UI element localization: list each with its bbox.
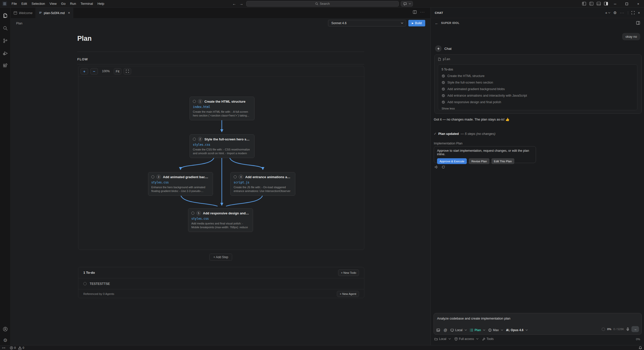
customize-layout-icon[interactable] — [582, 2, 586, 6]
extensions-icon[interactable] — [0, 61, 11, 71]
check-circle-icon — [442, 94, 445, 97]
node-file-link[interactable]: styles.css — [191, 217, 250, 220]
problems-status[interactable]: 0 0 — [10, 346, 24, 349]
expand-chat-icon[interactable] — [631, 11, 635, 14]
node-status-circle[interactable] — [191, 212, 194, 215]
flow-node-2[interactable]: 2 Style the full-screen hero section sty… — [190, 134, 255, 158]
minimize-button[interactable]: ─ — [609, 0, 621, 8]
new-agent-button[interactable]: + New Agent — [337, 291, 359, 297]
flow-canvas[interactable]: + − 100% Fit — [78, 66, 364, 250]
menu-help[interactable]: Help — [95, 0, 106, 8]
source-control-icon[interactable] — [0, 36, 11, 46]
nav-back-icon[interactable]: ← — [231, 0, 238, 8]
plan-todo-item: Add entrance animations and interactivit… — [442, 94, 634, 97]
node-file-link[interactable]: styles.css — [193, 143, 251, 146]
play-icon: ▶ — [412, 22, 414, 24]
back-arrow-icon[interactable]: ← — [435, 21, 439, 25]
model-dropdown[interactable]: A\ Opus 4.6 — [506, 328, 527, 332]
approve-execute-button[interactable]: Approve & Execute — [437, 158, 467, 164]
refresh-icon[interactable] — [442, 165, 445, 169]
full-access-dropdown[interactable]: Full access — [454, 337, 478, 341]
breadcrumb[interactable]: Plan — [16, 22, 22, 25]
copilot-menu-button[interactable] — [401, 1, 413, 7]
local-env-dropdown[interactable]: Local — [450, 328, 467, 332]
node-number-badge: 2 — [198, 137, 202, 141]
add-step-button[interactable]: + Add Step — [209, 254, 232, 261]
app-window: File Edit Selection View Go Run Terminal… — [0, 0, 644, 350]
edit-this-plan-button[interactable]: Edit This Plan — [491, 158, 514, 164]
plan-file-name[interactable]: plan — [443, 57, 450, 61]
chat-thread-row: ← SUPER IDOL — [431, 18, 644, 28]
tab-plan-file-label: plan-5d3f4.md — [44, 11, 65, 15]
node-status-circle[interactable] — [193, 100, 196, 103]
implementation-plan-label: Implementation Plan — [434, 142, 462, 145]
tab-plan-file[interactable]: plan-5d3f4.md × — [36, 8, 73, 18]
maximize-button[interactable] — [621, 0, 632, 8]
close-tab-icon[interactable]: × — [68, 11, 70, 15]
nav-forward-icon[interactable]: → — [238, 0, 245, 8]
close-window-button[interactable]: × — [632, 0, 644, 8]
toggle-panel-icon[interactable] — [597, 2, 601, 6]
node-file-link[interactable]: styles.css — [151, 181, 210, 184]
node-status-circle[interactable] — [234, 175, 237, 178]
menu-selection[interactable]: Selection — [29, 0, 47, 8]
menu-file[interactable]: File — [9, 0, 19, 8]
flow-node-4[interactable]: 4 Add entrance animations and int... scr… — [230, 172, 295, 196]
tab-bar: Welcome plan-5d3f4.md × — [11, 8, 431, 18]
toggle-secondary-sidebar-icon[interactable] — [636, 21, 640, 25]
toggle-right-sidebar-icon[interactable] — [604, 2, 608, 6]
plan-todo-item: Create the HTML structure — [442, 74, 634, 78]
flow-node-1[interactable]: 1 Create the HTML structure index.html C… — [190, 97, 255, 120]
check-circle-icon — [442, 74, 445, 78]
chat-settings-gear-icon[interactable]: ⚙ — [613, 11, 617, 15]
node-file-link[interactable]: script.js — [234, 181, 292, 184]
flow-node-3[interactable]: 3 Add animated gradient backgrou... styl… — [148, 172, 213, 196]
mic-icon[interactable] — [626, 327, 629, 331]
menu-go[interactable]: Go — [59, 0, 68, 8]
remote-indicator-icon[interactable]: >< — [2, 346, 5, 349]
menu-edit[interactable]: Edit — [19, 0, 29, 8]
chat-more-actions-icon[interactable]: ··· — [620, 11, 625, 15]
menu-run[interactable]: Run — [68, 0, 78, 8]
plan-todo-item: Add animated gradient background blobs — [442, 87, 634, 91]
explorer-icon[interactable] — [0, 11, 11, 21]
workspace-local-dropdown[interactable]: Local — [434, 337, 450, 341]
revise-plan-button[interactable]: Revise Plan — [469, 158, 489, 164]
attach-image-icon[interactable] — [436, 328, 440, 332]
app-logo-icon — [2, 1, 7, 6]
plan-mode-dropdown[interactable]: Plan — [470, 328, 485, 332]
more-actions-icon[interactable]: ··· — [420, 10, 425, 14]
search-sidebar-icon[interactable] — [0, 23, 11, 33]
chat-input[interactable]: Analyze codebase and create implementati… — [437, 317, 510, 320]
build-button[interactable]: ▶ Build — [408, 20, 425, 26]
send-button[interactable]: → — [631, 326, 639, 332]
account-icon[interactable] — [0, 324, 11, 334]
run-debug-icon[interactable] — [0, 48, 11, 58]
todo-checkbox[interactable] — [83, 282, 87, 285]
split-editor-icon[interactable] — [413, 10, 417, 14]
close-chat-icon[interactable]: × — [638, 11, 640, 15]
node-file-link[interactable]: index.html — [193, 105, 251, 109]
tools-button[interactable]: Tools — [482, 337, 494, 341]
model-select[interactable]: Sonnet 4.6 — [328, 20, 406, 26]
menu-view[interactable]: View — [47, 0, 59, 8]
tab-welcome[interactable]: Welcome — [11, 8, 36, 18]
search-input[interactable]: Search — [246, 1, 399, 7]
settings-gear-icon[interactable]: ⚙ — [0, 335, 11, 345]
mention-icon[interactable]: @ — [444, 328, 447, 332]
show-less-link[interactable]: Show less — [442, 107, 634, 110]
notifications-bell-icon[interactable] — [639, 346, 642, 349]
node-title: Add animated gradient backgrou... — [163, 175, 210, 179]
flow-node-5[interactable]: 5 Add responsive design and final ... st… — [188, 208, 253, 232]
node-status-circle[interactable] — [193, 138, 196, 141]
activity-bar: ⚙ — [0, 8, 11, 345]
search-icon — [315, 2, 318, 5]
max-mode-dropdown[interactable]: Max — [488, 328, 503, 332]
toggle-left-sidebar-icon[interactable] — [589, 2, 593, 6]
node-status-circle[interactable] — [151, 175, 154, 178]
new-todo-button[interactable]: + New Todo — [338, 269, 359, 276]
new-chat-button[interactable]: + — [605, 11, 610, 15]
menu-terminal[interactable]: Terminal — [78, 0, 95, 8]
divider — [628, 11, 628, 15]
speaker-icon[interactable] — [435, 165, 438, 169]
